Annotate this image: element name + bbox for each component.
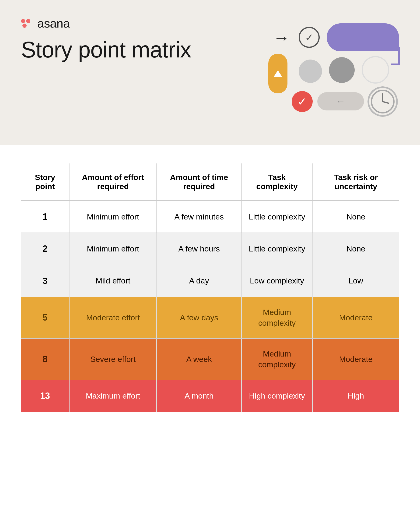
white-circle <box>362 56 389 84</box>
cell-time: A few hours <box>157 233 241 265</box>
logo-dots <box>21 19 33 28</box>
logo-dot-tl <box>21 19 25 23</box>
logo: asana <box>21 16 191 30</box>
cell-effort: Maximum effort <box>69 380 157 412</box>
cell-complexity: High complexity <box>241 380 312 412</box>
cell-complexity: Little complexity <box>241 201 312 233</box>
cell-effort: Minimum effort <box>69 233 157 265</box>
cell-time: A day <box>157 265 241 297</box>
logo-dot-bl <box>22 23 27 28</box>
cell-time: A month <box>157 380 241 412</box>
cell-effort: Severe effort <box>69 339 157 380</box>
table-row: 3Mild effortA dayLow complexityLow <box>21 265 399 297</box>
table-row: 13Maximum effortA monthHigh complexityHi… <box>21 380 399 412</box>
cell-story-point: 1 <box>21 201 69 233</box>
page-title: Story point matrix <box>21 37 191 62</box>
logo-text: asana <box>37 16 70 30</box>
cell-time: A week <box>157 339 241 380</box>
table-row: 8Severe effortA weekMedium complexityMod… <box>21 339 399 380</box>
content-area: Story point Amount of effort required Am… <box>0 145 420 509</box>
header-banner: asana Story point matrix → ✓ ✓ ← <box>0 0 420 145</box>
cell-time: A few minutes <box>157 201 241 233</box>
table-row: 1Minimum effortA few minutesLittle compl… <box>21 201 399 233</box>
purple-shape <box>327 23 399 51</box>
clock-icon <box>368 86 398 117</box>
logo-dot-tr <box>26 19 30 23</box>
header-left: asana Story point matrix <box>21 16 191 62</box>
up-arrow-icon <box>274 70 282 77</box>
story-point-matrix-table: Story point Amount of effort required Am… <box>21 163 399 412</box>
yellow-pill <box>268 54 287 93</box>
col-header-effort: Amount of effort required <box>69 163 157 201</box>
col-header-time: Amount of time required <box>157 163 241 201</box>
cell-risk: High <box>312 380 399 412</box>
cell-story-point: 2 <box>21 233 69 265</box>
red-check-icon: ✓ <box>292 91 313 112</box>
cell-effort: Mild effort <box>69 265 157 297</box>
check-circle-icon: ✓ <box>299 27 320 48</box>
cell-risk: None <box>312 233 399 265</box>
table-row: 2Minimum effortA few hoursLittle complex… <box>21 233 399 265</box>
cell-story-point: 5 <box>21 297 69 339</box>
cell-risk: Low <box>312 265 399 297</box>
cell-complexity: Medium complexity <box>241 339 312 380</box>
cell-story-point: 8 <box>21 339 69 380</box>
svg-line-2 <box>383 102 389 103</box>
cell-story-point: 13 <box>21 380 69 412</box>
table-header-row: Story point Amount of effort required Am… <box>21 163 399 201</box>
table-row: 5Moderate effortA few daysMedium complex… <box>21 297 399 339</box>
purple-arrow-down <box>391 47 400 65</box>
cell-effort: Moderate effort <box>69 297 157 339</box>
col-header-story-point: Story point <box>21 163 69 201</box>
cell-risk: Moderate <box>312 339 399 380</box>
arrow-right-icon: → <box>273 28 290 47</box>
gray-pill: ← <box>317 92 364 110</box>
gray-circle-medium <box>329 57 355 83</box>
cell-complexity: Low complexity <box>241 265 312 297</box>
col-header-risk: Task risk or uncertainty <box>312 163 399 201</box>
cell-complexity: Medium complexity <box>241 297 312 339</box>
cell-risk: None <box>312 201 399 233</box>
cell-effort: Minimum effort <box>69 201 157 233</box>
cell-complexity: Little complexity <box>241 233 312 265</box>
cell-story-point: 3 <box>21 265 69 297</box>
header-illustration: → ✓ ✓ ← <box>261 14 401 122</box>
cell-time: A few days <box>157 297 241 339</box>
gray-circle-large <box>299 60 322 83</box>
col-header-complexity: Task complexity <box>241 163 312 201</box>
cell-risk: Moderate <box>312 297 399 339</box>
